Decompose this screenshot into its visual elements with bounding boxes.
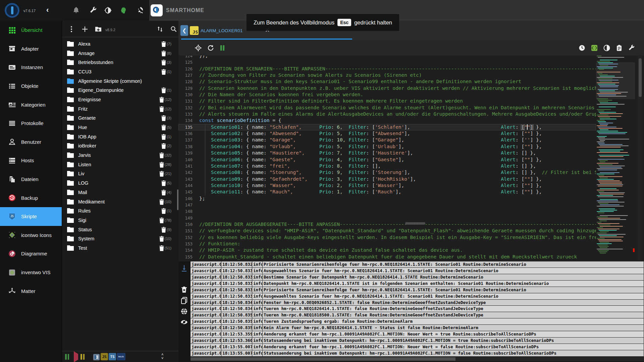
pause-all-icon[interactable] — [65, 354, 69, 360]
blockly-icon[interactable] — [93, 354, 100, 360]
code-line-154[interactable]: 154// HMIP-ASIR - zustand true schaltet … — [178, 247, 596, 253]
code-line-142[interactable]: 142 Scenario08: { name: "Stoerung", Prio… — [178, 169, 596, 176]
history-icon[interactable] — [578, 44, 586, 52]
code-line-131[interactable]: 131// Filter sind in FilterDefinition de… — [178, 98, 596, 104]
code-line-145[interactable]: 145 Scenario11: { name: "Rauch", Prio: 1… — [178, 189, 596, 195]
js-filter-chip[interactable]: JS — [101, 353, 108, 360]
folder-log[interactable]: LOG(5) — [62, 178, 179, 188]
sidebar-item-adapter[interactable]: Adapter — [0, 40, 62, 58]
code-line-149[interactable]: 149 — [178, 215, 596, 221]
folder-sigi[interactable]: Sigi(78) — [62, 216, 179, 225]
editor-vertical-scrollbar[interactable] — [638, 56, 642, 260]
folder-iob-app[interactable]: IOB App(1) — [62, 132, 179, 141]
trash-icon[interactable] — [159, 162, 164, 168]
code-line-148[interactable]: 148 — [178, 208, 596, 215]
trash-icon[interactable] — [161, 189, 166, 195]
code-line-147[interactable]: 147 — [178, 202, 596, 208]
folder-ereignisse[interactable]: Ereignisse(12) — [62, 95, 179, 104]
sidebar-item-dateien[interactable]: Dateien — [0, 170, 62, 189]
sidebar-item-benutzer[interactable]: Benutzer — [0, 133, 62, 152]
code-line-124[interactable]: 124}); — [178, 56, 596, 59]
trash-icon[interactable] — [159, 199, 164, 205]
sidebar-item-backup[interactable]: Backup — [0, 188, 62, 207]
folder-eigene-datenpunkte[interactable]: Eigene_Datenpunkte(1) — [62, 85, 179, 95]
sidebar-item--bersicht[interactable]: Übersicht — [0, 21, 62, 40]
trash-icon[interactable] — [161, 69, 166, 75]
refresh-icon[interactable] — [207, 44, 214, 52]
clear-log-icon[interactable] — [180, 286, 188, 294]
sidebar-item-inventwo-vis[interactable]: inventwo VIS — [0, 263, 62, 282]
sidebar-item-instanzen[interactable]: Instanzen — [0, 58, 62, 77]
folder-rules[interactable]: Rules(1) — [62, 206, 179, 216]
code-line-141[interactable]: 141 Scenario07: { name: "frei", Prio: 8,… — [178, 163, 596, 169]
trash-icon[interactable] — [159, 97, 164, 103]
folder-geraete[interactable]: Geraete(3) — [62, 114, 179, 123]
code-line-135[interactable]: 135 Scenario01: { name: "Schlafen", Prio… — [178, 124, 596, 130]
trash-icon[interactable] — [161, 134, 166, 140]
add-script-icon[interactable] — [81, 25, 89, 33]
sidebar-item-matter[interactable]: Matter — [0, 282, 62, 300]
sidebar-item-skripte[interactable]: JSSkripte — [0, 207, 62, 226]
folder-hue[interactable]: Hue(5) — [62, 123, 179, 132]
folder-test[interactable]: Test(51) — [62, 243, 179, 253]
theme-icon[interactable] — [603, 44, 610, 52]
minimap[interactable] — [596, 56, 635, 260]
sidebar-item-protokolle[interactable]: Protokolle — [0, 114, 62, 133]
code-line-133[interactable]: 133// Alerts steuern im Falle eines Alar… — [178, 111, 596, 117]
sidebar-item-objekte[interactable]: Objekte — [0, 77, 62, 96]
trash-icon[interactable] — [161, 115, 166, 121]
trash-icon[interactable] — [161, 41, 166, 47]
trash-icon[interactable] — [159, 236, 164, 242]
folder-ansage[interactable]: Ansage(8) — [62, 49, 179, 58]
code-line-137[interactable]: 137 Scenario03: { name: "Garage", Prio: … — [178, 137, 596, 143]
tab-alarm-looxer01[interactable]: ALARM_LOOXER01 — [201, 28, 243, 33]
folder-listen[interactable]: Listen(28) — [62, 160, 179, 169]
trash-icon[interactable] — [161, 227, 166, 233]
code-line-140[interactable]: 140 Scenario06: { name: "Gaeste", Prio: … — [178, 157, 596, 163]
download-icon[interactable] — [180, 264, 188, 272]
code-line-146[interactable]: 146}; — [178, 195, 596, 202]
play-icon[interactable] — [74, 354, 78, 360]
menu-dots-icon[interactable] — [68, 25, 75, 33]
copy-icon[interactable] — [180, 296, 188, 304]
code-line-128[interactable]: 128// Scenario-Struktur muss in den keys… — [178, 78, 596, 85]
ts-filter-chip[interactable]: TS — [109, 353, 116, 360]
code-line-155[interactable]: 155// Datenpunkt_Standard - schaltet ein… — [178, 254, 596, 260]
folder-medikament[interactable]: Medikament(10) — [62, 197, 179, 206]
globe-icon[interactable] — [180, 307, 188, 315]
trash-icon[interactable] — [161, 143, 166, 149]
trash-icon[interactable] — [159, 245, 164, 251]
sidebar-item-kategorien[interactable]: Kategorien — [0, 95, 62, 114]
notifications-off-icon[interactable] — [137, 6, 145, 14]
search-icon[interactable] — [170, 25, 177, 33]
code-line-152[interactable]: 152// es koennen beliebig viele Ausgabe-… — [178, 234, 596, 241]
folder-allgemeine-skripte-common-[interactable]: Allgemeine Skripte (common) — [62, 76, 179, 86]
folder-fritz[interactable]: Fritz(12) — [62, 104, 179, 114]
folder-ccu3[interactable]: CCU3(1) — [62, 67, 179, 76]
trash-icon[interactable] — [161, 59, 166, 65]
collapse-sidebar-icon[interactable]: ‹ — [46, 6, 49, 14]
code-line-138[interactable]: 138 Scenario04: { name: "Urlaub", Prio: … — [178, 143, 596, 150]
code-area[interactable]: 124});125126//DEFINTION DER SCENARIEN---… — [178, 56, 596, 260]
code-line-136[interactable]: 136 Scenario02: { name: "Abwesend", Prio… — [178, 130, 596, 137]
folder-betriebsstunden[interactable]: Betriebsstunden(3) — [62, 58, 179, 67]
settings-wrench-icon[interactable] — [628, 44, 635, 52]
folder-system[interactable]: System(10) — [62, 234, 179, 243]
folder-alexa[interactable]: Alexa(7) — [62, 39, 179, 49]
trash-icon[interactable] — [161, 124, 166, 130]
code-line-153[interactable]: 153// Funktionen: — [178, 241, 596, 247]
back-icon[interactable]: ❮ — [180, 25, 188, 36]
trash-icon[interactable] — [161, 50, 166, 56]
editor-horizontal-scrollbar[interactable] — [194, 222, 596, 225]
trash-icon[interactable] — [161, 180, 166, 186]
clipboard-icon[interactable] — [615, 44, 623, 52]
code-line-130[interactable]: 130// Die Namen der Scenarios koennen fr… — [178, 92, 596, 98]
trash-icon[interactable] — [159, 171, 164, 177]
rules-filter-chip[interactable]: RULES — [117, 353, 125, 360]
folder-mail[interactable]: Mail(4) — [62, 188, 179, 197]
code-line-143[interactable]: 143 Scenario09: { name: "Gefaehrdet", Pr… — [178, 176, 596, 182]
pause-icon-yellow[interactable] — [80, 354, 85, 360]
code-line-139[interactable]: 139 Scenario05: { name: "Haustiere", Pri… — [178, 150, 596, 156]
folder-status[interactable]: Status(9) — [62, 225, 179, 234]
code-line-125[interactable]: 125 — [178, 59, 596, 65]
